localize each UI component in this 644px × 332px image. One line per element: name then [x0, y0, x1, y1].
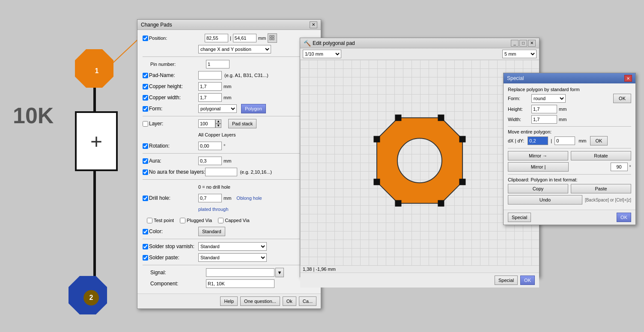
edit-poly-ok-button[interactable]: OK — [520, 276, 535, 285]
capped-via-checkbox[interactable] — [218, 218, 224, 223]
no-aura-label: No aura for these layers: — [149, 169, 205, 175]
no-aura-input[interactable] — [205, 168, 237, 176]
pin-number-input[interactable] — [206, 60, 230, 68]
solder-paste-checkbox[interactable] — [143, 255, 148, 261]
poly-statusbar: 1,38 | -1,96 mm — [300, 265, 539, 273]
special-close-button[interactable]: ✕ — [624, 75, 632, 82]
special-height-input[interactable] — [531, 105, 557, 113]
solder-stop-checkbox[interactable] — [143, 244, 148, 249]
solder-paste-label: Solder paste: — [149, 255, 179, 261]
color-standard-button[interactable]: Standard — [198, 227, 225, 236]
drill-hint-row: 0 = no drill hole — [143, 182, 316, 192]
drill-input[interactable] — [198, 194, 222, 202]
form-dropdown[interactable]: polygonal round rectangular oval — [198, 104, 237, 113]
rotation-checkbox[interactable] — [143, 143, 148, 149]
mirror-h-button[interactable]: Mirror → — [508, 151, 568, 160]
form-checkbox[interactable] — [143, 106, 148, 112]
copper-width-checkbox[interactable] — [143, 95, 148, 101]
special-title-text: Special — [507, 75, 524, 81]
special-titlebar[interactable]: Special ✕ — [504, 73, 635, 83]
layer-up-btn[interactable]: ▲ — [215, 119, 221, 124]
copper-width-input[interactable] — [198, 93, 222, 102]
edit-poly-minimize-btn[interactable]: _ — [511, 40, 519, 47]
plugged-via-checkbox[interactable] — [180, 218, 185, 223]
grid-dropdown[interactable]: 1/10 mm 1/100 mm 1 mm 5 mm — [303, 50, 341, 58]
dialog-close-btn[interactable]: ✕ — [310, 21, 317, 28]
solder-stop-dropdown[interactable]: Standard yes no — [198, 242, 267, 251]
position-x-input[interactable] — [205, 34, 228, 42]
rotation-input[interactable] — [198, 142, 222, 150]
layer-down-btn[interactable]: ▼ — [215, 124, 221, 128]
pad-name-input[interactable] — [198, 71, 222, 80]
test-point-checkbox[interactable] — [147, 218, 152, 223]
drill-unit: mm — [224, 196, 231, 201]
pcb-area: 10K 1 + 2 — [0, 0, 137, 332]
special-footer-ok-button[interactable]: OK — [617, 213, 631, 222]
copper-height-checkbox[interactable] — [143, 84, 148, 89]
solder-paste-dropdown[interactable]: Standard yes no — [198, 253, 267, 262]
svg-rect-19 — [395, 115, 401, 121]
component-input[interactable] — [206, 279, 274, 288]
layer-checkbox[interactable] — [143, 121, 148, 127]
aura-input[interactable] — [198, 157, 222, 165]
edit-poly-maximize-btn[interactable]: □ — [519, 40, 527, 47]
pad-name-checkbox[interactable] — [143, 73, 148, 78]
undo-button[interactable]: Undo — [508, 195, 582, 205]
rotate-button[interactable]: Rotate — [571, 151, 631, 160]
poly-status-text: 1,38 | -1,96 mm — [303, 267, 336, 272]
dx-input[interactable] — [528, 136, 548, 145]
layer-input[interactable] — [198, 119, 215, 128]
copy-button[interactable]: Copy — [508, 184, 568, 193]
change-pads-footer: Help One question... Ok Ca... — [137, 293, 321, 308]
no-aura-hint: (e.g. 2,10,16...) — [240, 169, 272, 175]
position-dropdown[interactable]: change X and Y position change X positio… — [198, 45, 271, 53]
oblong-hole-link[interactable]: Oblong hole — [236, 196, 262, 201]
zoom-dropdown[interactable]: 1 mm 2 mm 5 mm 10 mm — [502, 50, 537, 58]
color-label: Color: — [149, 228, 163, 234]
rotation-row: Rotation: ° — [143, 141, 316, 151]
cancel-button[interactable]: Ca... — [299, 296, 316, 306]
position-y-input[interactable] — [233, 34, 256, 42]
grid-icon[interactable] — [268, 33, 277, 43]
copper-height-input[interactable] — [198, 82, 222, 91]
rotation-label: Rotation: — [149, 143, 170, 149]
special-content: Replace polygon by standard form Form: r… — [504, 83, 635, 210]
position-checkbox[interactable] — [143, 36, 148, 41]
edit-poly-special-button[interactable]: Special — [495, 276, 518, 285]
color-checkbox[interactable] — [143, 229, 148, 234]
move-ok-button[interactable]: OK — [590, 136, 608, 145]
rotate-value-input[interactable] — [611, 163, 628, 171]
rotate-unit: ° — [629, 164, 631, 169]
mirror-v-button[interactable]: Mirror | — [508, 162, 569, 172]
svg-rect-10 — [270, 36, 271, 37]
polygon-button[interactable]: Polygon — [241, 104, 266, 113]
drill-checkbox[interactable] — [143, 196, 148, 201]
aura-checkbox[interactable] — [143, 158, 148, 164]
position-label: Position: — [149, 36, 205, 41]
layer-label: Layer: — [149, 121, 163, 127]
edit-poly-titlebar[interactable]: 🔨 Edit polygonal pad _ □ ✕ — [300, 38, 539, 48]
special-footer-special-button[interactable]: Special — [508, 213, 531, 222]
plated-through-link[interactable]: plated through — [198, 207, 228, 212]
ok-button[interactable]: Ok — [283, 296, 296, 306]
paste-button[interactable]: Paste — [571, 184, 631, 193]
special-replace-ok-button[interactable]: OK — [613, 94, 631, 103]
help-button[interactable]: Help — [220, 296, 238, 306]
aura-unit: mm — [224, 158, 231, 163]
polygon-shape — [368, 109, 471, 212]
special-width-row: Width: mm — [508, 115, 631, 124]
one-question-button[interactable]: One question... — [240, 296, 280, 306]
component-body: + — [75, 111, 118, 171]
plugged-via-label: Plugged Via — [187, 218, 212, 223]
special-width-input[interactable] — [531, 115, 557, 124]
pad-stack-button[interactable]: Pad stack — [228, 119, 256, 128]
signal-input[interactable] — [206, 268, 274, 277]
no-aura-checkbox[interactable] — [143, 169, 148, 175]
dy-input[interactable] — [555, 136, 575, 145]
change-pads-titlebar[interactable]: Change Pads ✕ — [137, 20, 321, 30]
edit-poly-close-btn[interactable]: ✕ — [528, 40, 536, 47]
special-form-dropdown[interactable]: round rectangular oval — [531, 94, 566, 103]
signal-dropdown-btn[interactable]: ▼ — [275, 268, 284, 277]
drill-label: Drill hole: — [149, 195, 170, 201]
special-height-label: Height: — [508, 107, 531, 112]
